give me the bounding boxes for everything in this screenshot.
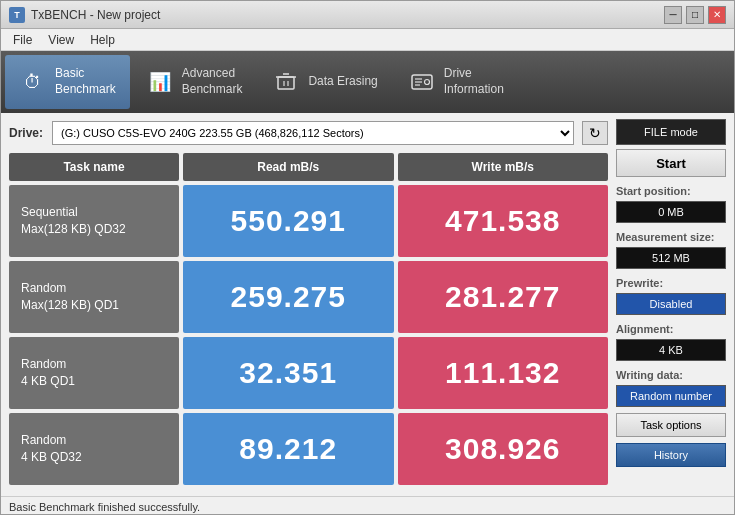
drive-select-wrapper: (G:) CUSO C5S-EVO 240G 223.55 GB (468,82… — [52, 121, 574, 145]
toolbar-drive-information[interactable]: DriveInformation — [394, 55, 518, 109]
right-panel: FILE mode Start Start position: 0 MB Mea… — [616, 119, 726, 490]
param-value-prewrite: Disabled — [616, 293, 726, 315]
param-label-alignment: Alignment: — [616, 323, 726, 335]
param-value-start-position: 0 MB — [616, 201, 726, 223]
row-label-1: SequentialMax(128 KB) QD32 — [9, 185, 179, 257]
row-label-4: Random4 KB QD32 — [9, 413, 179, 485]
col-read: Read mB/s — [183, 153, 394, 181]
toolbar-basic-benchmark[interactable]: ⏱ BasicBenchmark — [5, 55, 130, 109]
basic-benchmark-label: BasicBenchmark — [55, 66, 116, 97]
toolbar: ⏱ BasicBenchmark 📊 AdvancedBenchmark Dat… — [1, 51, 734, 113]
menu-file[interactable]: File — [5, 31, 40, 49]
minimize-button[interactable]: ─ — [664, 6, 682, 24]
row-write-1: 471.538 — [398, 185, 609, 257]
col-task-name: Task name — [9, 153, 179, 181]
param-label-writing-data: Writing data: — [616, 369, 726, 381]
main-content: Drive: (G:) CUSO C5S-EVO 240G 223.55 GB … — [1, 113, 734, 496]
table-header: Task name Read mB/s Write mB/s — [9, 153, 608, 181]
row-write-2: 281.277 — [398, 261, 609, 333]
table-row: Random4 KB QD32 89.212 308.926 — [9, 413, 608, 485]
maximize-button[interactable]: □ — [686, 6, 704, 24]
drive-information-icon — [408, 68, 436, 96]
table-row: SequentialMax(128 KB) QD32 550.291 471.5… — [9, 185, 608, 257]
window-controls: ─ □ ✕ — [664, 6, 726, 24]
param-label-start-position: Start position: — [616, 185, 726, 197]
status-message: Basic Benchmark finished successfully. — [9, 501, 200, 513]
data-erasing-label: Data Erasing — [308, 74, 377, 90]
param-value-alignment: 4 KB — [616, 339, 726, 361]
close-button[interactable]: ✕ — [708, 6, 726, 24]
toolbar-advanced-benchmark[interactable]: 📊 AdvancedBenchmark — [132, 55, 257, 109]
drive-information-label: DriveInformation — [444, 66, 504, 97]
row-label-2: RandomMax(128 KB) QD1 — [9, 261, 179, 333]
table-row: RandomMax(128 KB) QD1 259.275 281.277 — [9, 261, 608, 333]
benchmark-table: Task name Read mB/s Write mB/s Sequentia… — [9, 153, 608, 490]
menu-bar: File View Help — [1, 29, 734, 51]
toolbar-data-erasing[interactable]: Data Erasing — [258, 55, 391, 109]
row-read-2: 259.275 — [183, 261, 394, 333]
left-panel: Drive: (G:) CUSO C5S-EVO 240G 223.55 GB … — [9, 119, 608, 490]
history-button[interactable]: History — [616, 443, 726, 467]
table-row: Random4 KB QD1 32.351 111.132 — [9, 337, 608, 409]
advanced-benchmark-icon: 📊 — [146, 68, 174, 96]
param-value-writing-data: Random number — [616, 385, 726, 407]
param-value-measurement-size: 512 MB — [616, 247, 726, 269]
row-label-3: Random4 KB QD1 — [9, 337, 179, 409]
advanced-benchmark-label: AdvancedBenchmark — [182, 66, 243, 97]
data-erasing-icon — [272, 68, 300, 96]
start-button[interactable]: Start — [616, 149, 726, 177]
row-read-3: 32.351 — [183, 337, 394, 409]
basic-benchmark-icon: ⏱ — [19, 68, 47, 96]
drive-label: Drive: — [9, 126, 44, 140]
param-label-prewrite: Prewrite: — [616, 277, 726, 289]
row-read-4: 89.212 — [183, 413, 394, 485]
svg-point-6 — [424, 80, 429, 85]
row-read-1: 550.291 — [183, 185, 394, 257]
menu-help[interactable]: Help — [82, 31, 123, 49]
param-label-measurement-size: Measurement size: — [616, 231, 726, 243]
row-write-4: 308.926 — [398, 413, 609, 485]
status-bar: Basic Benchmark finished successfully. — [1, 496, 734, 515]
drive-select[interactable]: (G:) CUSO C5S-EVO 240G 223.55 GB (468,82… — [52, 121, 574, 145]
col-write: Write mB/s — [398, 153, 609, 181]
task-options-button[interactable]: Task options — [616, 413, 726, 437]
app-icon: T — [9, 7, 25, 23]
svg-rect-0 — [278, 77, 294, 89]
drive-refresh-button[interactable]: ↻ — [582, 121, 608, 145]
window-title: TxBENCH - New project — [31, 8, 160, 22]
drive-bar: Drive: (G:) CUSO C5S-EVO 240G 223.55 GB … — [9, 119, 608, 147]
menu-view[interactable]: View — [40, 31, 82, 49]
title-bar: T TxBENCH - New project ─ □ ✕ — [1, 1, 734, 29]
file-mode-button[interactable]: FILE mode — [616, 119, 726, 145]
row-write-3: 111.132 — [398, 337, 609, 409]
